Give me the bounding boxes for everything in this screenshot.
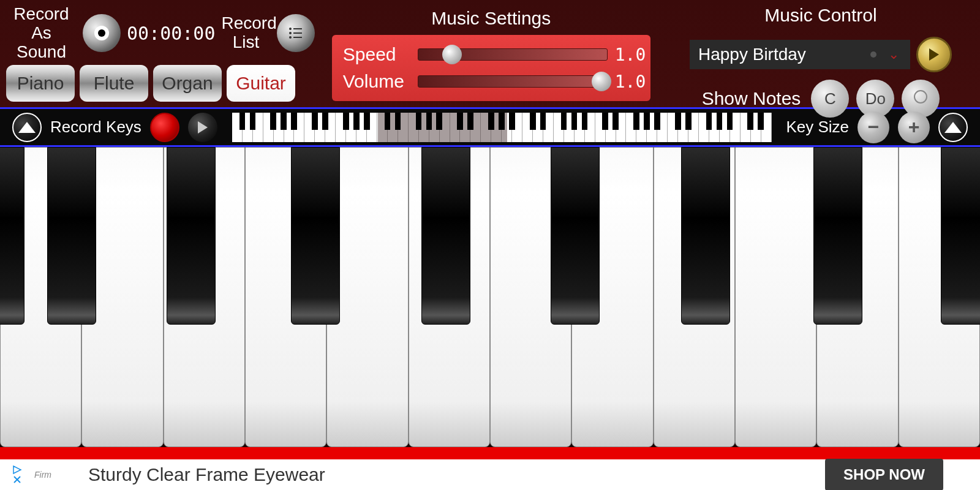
svg-point-8	[914, 91, 927, 103]
instrument-organ[interactable]: Organ	[153, 65, 222, 102]
instrument-piano[interactable]: Piano	[6, 65, 75, 102]
music-control-title: Music Control	[764, 5, 876, 26]
left-controls: Record As Sound 00:00:00 Record List Pia…	[6, 5, 315, 102]
arrow-up-icon	[18, 122, 36, 133]
scroll-right-button[interactable]	[938, 113, 968, 142]
play-icon	[198, 121, 208, 134]
black-key[interactable]	[291, 147, 340, 325]
black-key[interactable]	[551, 147, 600, 325]
record-keys-label: Record Keys	[50, 118, 141, 137]
circle-icon	[913, 89, 929, 105]
svg-rect-5	[293, 32, 302, 34]
black-key[interactable]	[0, 147, 24, 325]
record-dot-icon	[94, 25, 110, 41]
black-key[interactable]	[421, 147, 470, 325]
song-status-dot-icon	[870, 51, 876, 58]
instrument-flute[interactable]: Flute	[80, 65, 148, 102]
song-dropdown[interactable]: Happy Birtday ⌄	[690, 40, 910, 69]
volume-label: Volume	[343, 71, 410, 92]
show-notes-label: Show Notes	[702, 88, 801, 109]
black-key[interactable]	[813, 147, 862, 325]
list-icon	[288, 27, 303, 39]
ad-logo: Firm	[34, 470, 51, 480]
chevron-down-icon: ⌄	[888, 47, 899, 62]
black-key[interactable]	[47, 147, 96, 325]
play-icon	[929, 48, 939, 61]
speed-value: 1.0	[615, 45, 639, 65]
svg-marker-9	[13, 466, 21, 473]
instrument-row: Piano Flute Organ Guitar	[6, 65, 315, 102]
timer-display: 00:00:00	[127, 23, 216, 44]
black-key[interactable]	[167, 147, 216, 325]
svg-point-6	[289, 36, 292, 39]
key-size-minus-button[interactable]: −	[858, 111, 889, 143]
svg-point-1	[98, 29, 105, 37]
note-blank-button[interactable]	[902, 80, 940, 118]
record-list-button[interactable]	[277, 14, 315, 52]
top-toolbar: Record As Sound 00:00:00 Record List Pia…	[0, 0, 980, 107]
music-settings-title: Music Settings	[431, 8, 551, 29]
key-size-label: Key Size	[786, 118, 849, 137]
arrow-up-icon	[944, 122, 962, 133]
play-song-button[interactable]	[916, 37, 952, 72]
record-sound-button[interactable]	[83, 14, 121, 52]
instrument-guitar[interactable]: Guitar	[227, 65, 295, 102]
music-control-panel: Music Control Happy Birtday ⌄ Show Notes…	[668, 5, 974, 102]
white-key[interactable]	[735, 147, 816, 447]
volume-value: 1.0	[615, 72, 639, 92]
music-control-row: Happy Birtday ⌄	[690, 37, 952, 72]
svg-point-4	[289, 32, 292, 34]
song-name: Happy Birtday	[698, 45, 806, 64]
svg-rect-3	[293, 28, 302, 29]
ad-banner: Firm Sturdy Clear Frame Eyewear SHOP NOW	[0, 447, 980, 490]
shop-now-button[interactable]: SHOP NOW	[825, 459, 943, 490]
ad-play-icon	[12, 465, 22, 475]
ad-text[interactable]: Sturdy Clear Frame Eyewear	[88, 464, 825, 485]
record-sound-label: Record As Sound	[6, 5, 77, 61]
key-size-plus-button[interactable]: +	[898, 111, 930, 143]
svg-point-2	[289, 28, 292, 30]
record-keys-button[interactable]	[150, 113, 179, 142]
slider-panel: Speed 1.0 Volume 1.0	[332, 35, 650, 101]
black-key[interactable]	[681, 147, 730, 325]
record-row: Record As Sound 00:00:00 Record List	[6, 5, 315, 61]
play-keys-button[interactable]	[188, 113, 217, 142]
speed-slider-row: Speed 1.0	[343, 41, 639, 68]
main-keyboard	[0, 147, 980, 447]
note-c-button[interactable]: C	[811, 80, 849, 118]
volume-thumb[interactable]	[592, 72, 611, 91]
scroll-left-button[interactable]	[12, 113, 42, 142]
svg-rect-7	[293, 37, 302, 38]
music-settings-panel: Music Settings Speed 1.0 Volume 1.0	[321, 5, 662, 102]
ad-choices[interactable]	[12, 465, 22, 484]
mini-keyboard-overview[interactable]	[232, 113, 772, 142]
ad-close-icon[interactable]	[12, 475, 22, 484]
black-key[interactable]	[941, 147, 980, 325]
speed-label: Speed	[343, 44, 410, 65]
speed-thumb[interactable]	[442, 45, 462, 64]
volume-slider-row: Volume 1.0	[343, 68, 639, 95]
speed-slider[interactable]	[418, 48, 608, 61]
volume-slider[interactable]	[418, 75, 608, 88]
record-list-label: Record List	[222, 14, 271, 52]
